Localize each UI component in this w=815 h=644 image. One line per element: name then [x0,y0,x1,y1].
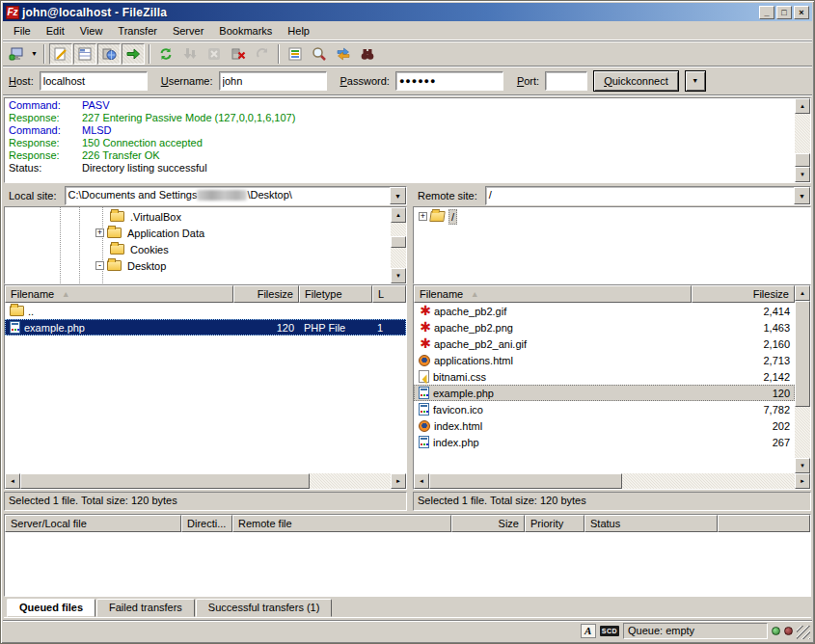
toggle-transfer-queue-button[interactable] [122,43,145,65]
resize-grip[interactable] [797,626,810,639]
menu-bar: File Edit View Transfer Server Bookmarks… [3,21,812,40]
table-row[interactable]: ✱apache_pb2_ani.gif 2,160 [414,335,795,352]
tree-item-application-data[interactable]: + Application Data [5,225,391,241]
php-file-icon [10,321,20,334]
cancel-operation-button[interactable] [203,43,226,65]
local-site-combobox[interactable]: C:\Documents and Settings\Desktop\ ▼ [65,186,407,205]
scroll-left-icon[interactable]: ◄ [5,473,20,489]
scroll-up-icon[interactable]: ▲ [795,98,810,114]
scroll-right-icon[interactable]: ► [391,473,406,489]
scroll-down-icon[interactable]: ▼ [391,268,406,283]
menu-server[interactable]: Server [166,23,210,39]
remote-directory-tree[interactable]: + / [414,207,810,283]
tree-item-cookies[interactable]: Cookies [5,241,391,257]
port-input[interactable] [545,71,587,91]
remote-site-combobox[interactable]: / ▼ [485,186,811,205]
scrollbar-thumb[interactable] [391,236,406,248]
disconnect-button[interactable] [227,43,250,65]
scroll-down-icon[interactable]: ▼ [795,458,810,473]
expand-icon[interactable]: + [419,212,427,221]
column-header-filename[interactable]: Filename▲ [414,285,692,303]
column-header-filename[interactable]: Filename▲ [5,285,233,303]
scroll-down-icon[interactable]: ▼ [795,167,810,182]
tab-queued-files[interactable]: Queued files [7,599,95,617]
column-header-filetype[interactable]: Filetype [299,285,372,303]
expand-icon[interactable]: + [95,228,104,237]
column-header-status[interactable]: Status [584,515,718,532]
host-input[interactable] [40,71,148,91]
column-header-priority[interactable]: Priority [525,515,584,532]
table-row[interactable]: ✱apache_pb2.gif 2,414 [414,303,795,319]
column-header-filesize[interactable]: Filesize [233,285,299,303]
column-header-size[interactable]: Size [451,515,525,532]
table-row-parent-dir[interactable]: .. [5,303,406,319]
reconnect-button[interactable] [251,43,274,65]
scroll-up-icon[interactable]: ▲ [391,207,406,223]
quickconnect-button[interactable]: Quickconnect [593,70,679,92]
quickconnect-bar: Host: Username: Password: Port: Quickcon… [3,67,812,95]
menu-bookmarks[interactable]: Bookmarks [212,23,279,39]
tree-item-virtualbox[interactable]: .VirtualBox [5,208,391,225]
column-header-remote-file[interactable]: Remote file [232,515,451,532]
tab-failed-transfers[interactable]: Failed transfers [96,599,195,617]
table-row-example-php[interactable]: example.php 120 PHP File 1 [5,319,406,335]
scrollbar-thumb[interactable] [795,153,810,167]
tree-item-root[interactable]: + / [414,208,810,225]
menu-transfer[interactable]: Transfer [111,23,164,39]
column-header-direction[interactable]: Directi... [181,515,232,532]
table-row[interactable]: index.php 267 [414,434,795,450]
column-header-server-local-file[interactable]: Server/Local file [5,515,181,532]
scrollbar-thumb[interactable] [795,301,810,407]
close-button[interactable]: × [794,6,809,19]
scroll-left-icon[interactable]: ◄ [414,473,429,489]
local-directory-tree[interactable]: .VirtualBox + Application Data Cookies - [5,207,391,283]
compare-directories-button[interactable] [308,43,331,65]
menu-view[interactable]: View [73,23,110,39]
menu-file[interactable]: File [7,23,38,39]
column-header-last-modified[interactable]: L [372,285,406,303]
remote-list-scrollbar[interactable]: ▲ ▼ [795,285,810,473]
scrollbar-thumb[interactable] [429,473,622,489]
password-input[interactable] [395,71,503,91]
synchronized-browsing-button[interactable] [332,43,355,65]
toggle-remote-tree-button[interactable] [97,43,121,65]
table-row[interactable]: index.html 202 [414,417,795,434]
filezilla-window: Fz john@localhost - FileZilla _ □ × File… [0,0,815,644]
chevron-down-icon[interactable]: ▼ [390,187,406,204]
column-header-filesize[interactable]: Filesize [692,285,795,303]
tree-item-desktop[interactable]: - Desktop [5,257,391,274]
table-row[interactable]: favicon.ico 7,782 [414,401,795,417]
log-text: PASV [82,99,110,112]
find-files-button[interactable] [356,43,379,65]
table-row[interactable]: bitnami.css 2,142 [414,368,795,385]
table-row[interactable]: applications.html 2,713 [414,352,795,368]
site-manager-dropdown[interactable]: ▼ [29,43,40,65]
quickconnect-dropdown[interactable]: ▼ [685,70,706,92]
table-row[interactable]: ✱apache_pb2.png 1,463 [414,319,795,335]
log-scrollbar[interactable]: ▲ ▼ [795,98,810,182]
maximize-button[interactable]: □ [776,6,792,19]
toggle-local-tree-button[interactable] [73,43,96,65]
remote-list-hscrollbar[interactable]: ◄ ► [414,473,810,489]
process-queue-button[interactable] [178,43,202,65]
username-input[interactable] [219,71,327,91]
scrollbar-thumb[interactable] [20,473,310,489]
menu-help[interactable]: Help [281,23,316,39]
toggle-message-log-button[interactable] [49,43,72,65]
remote-pane: Remote site: / ▼ + / [412,185,812,511]
filter-button[interactable] [284,43,307,65]
scroll-up-icon[interactable]: ▲ [795,285,810,301]
tab-successful-transfers[interactable]: Successful transfers (1) [196,599,333,617]
collapse-icon[interactable]: - [95,261,104,270]
minimize-button[interactable]: _ [759,6,774,19]
table-row-selected[interactable]: example.php 120 [414,385,795,401]
local-tree-scrollbar[interactable]: ▲ ▼ [391,207,406,283]
menu-edit[interactable]: Edit [40,23,71,39]
local-selection-status: Selected 1 file. Total size: 120 bytes [4,492,407,511]
chevron-down-icon[interactable]: ▼ [794,187,810,204]
refresh-button[interactable] [154,43,177,65]
scroll-right-icon[interactable]: ► [795,473,810,489]
log-line: Response:227 Entering Passive Mode (127,… [9,112,791,124]
site-manager-button[interactable] [5,43,28,65]
local-list-hscrollbar[interactable]: ◄ ► [5,473,406,489]
